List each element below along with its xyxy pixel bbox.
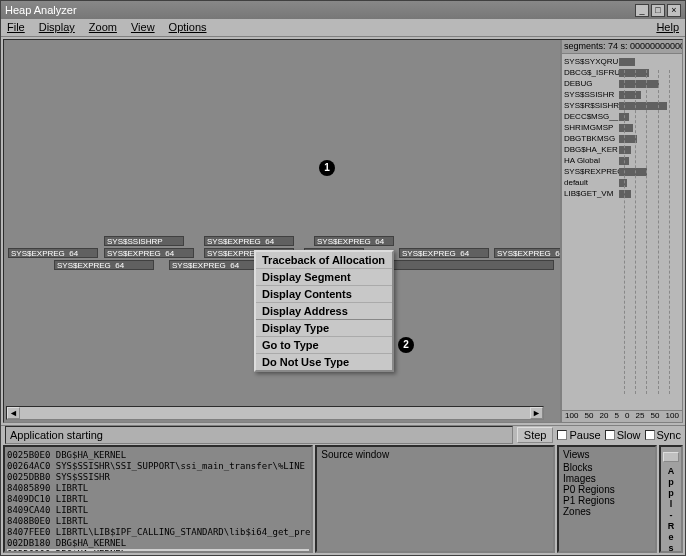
scale-tick: 25 — [636, 411, 645, 422]
vertical-tab-letter: R — [668, 521, 675, 531]
traceback-row[interactable]: 0025B0E0 DBG$HA_KERNEL — [7, 450, 309, 461]
heap-block[interactable]: SYS$EXPREG_64 — [494, 248, 562, 258]
traceback-row[interactable]: 002D0000 DBG$HA_KERNEL — [7, 549, 309, 553]
source-pane[interactable]: Source window — [315, 445, 555, 553]
main-area: 1 SYS$SSISHRPSYS$EXPREG_64SYS$EXPREG_64S… — [3, 39, 683, 423]
segments-list[interactable]: SYS$SYXQRUDBCG$_ISFRUDEBUGSYS$SSISHRSYS$… — [562, 54, 682, 410]
maximize-button[interactable]: □ — [651, 4, 665, 17]
traceback-rows[interactable]: 0025B0E0 DBG$HA_KERNEL00264AC0 SYS$SSISH… — [5, 449, 311, 553]
tab-btn-1[interactable] — [663, 452, 679, 462]
vertical-tab-letter: s — [668, 543, 673, 553]
main-window: Heap Analyzer _ □ × File Display Zoom Vi… — [0, 0, 686, 556]
callout-two: 2 — [398, 337, 414, 353]
scale-tick: 5 — [615, 411, 619, 422]
segments-range: s: 0000000000050B100 — [621, 41, 682, 51]
segment-label: DBG$HA_KER — [564, 145, 619, 154]
sync-checkbox[interactable]: Sync — [645, 429, 681, 441]
menu-zoom[interactable]: Zoom — [89, 21, 117, 34]
segment-bar — [619, 58, 635, 66]
pause-checkbox[interactable]: Pause — [557, 429, 600, 441]
ctx-go-to-type[interactable]: Go to Type 2 — [256, 337, 392, 354]
segment-label: SYS$R$SISHRP — [564, 101, 619, 110]
traceback-row[interactable]: 8409DC10 LIBRTL — [7, 494, 309, 505]
status-text: Application starting — [5, 426, 513, 444]
segment-label: SYS$SYXQRU — [564, 57, 619, 66]
ctx-traceback[interactable]: Traceback of Allocation — [256, 252, 392, 269]
scale-tick: 100 — [666, 411, 679, 422]
segment-label: DBCG$_ISFRU — [564, 68, 619, 77]
heap-block[interactable]: SYS$EXPREG_64 — [54, 260, 154, 270]
traceback-pane[interactable]: Traceback: 5: 000000008032600-00000040-0… — [3, 445, 313, 553]
slow-label: Slow — [617, 429, 641, 441]
heap-block[interactable]: SYS$SSISHRP — [104, 236, 184, 246]
ctx-display-type[interactable]: Display Type — [256, 320, 392, 337]
view-item[interactable]: P0 Regions — [563, 484, 651, 495]
vertical-tab-letter: p — [668, 477, 674, 487]
views-pane[interactable]: Views BlocksImagesP0 RegionsP1 RegionsZo… — [557, 445, 657, 553]
heap-canvas[interactable]: 1 SYS$SSISHRPSYS$EXPREG_64SYS$EXPREG_64S… — [4, 40, 562, 422]
scroll-left-icon[interactable]: ◄ — [7, 407, 20, 419]
status-row: Application starting Step Pause Slow Syn… — [1, 425, 685, 443]
traceback-row[interactable]: 00264AC0 SYS$SSISHR\SSI_SUPPORT\ssi_main… — [7, 461, 309, 472]
segment-label: SYS$SSISHR — [564, 90, 619, 99]
step-button[interactable]: Step — [517, 427, 554, 443]
canvas-horizontal-scrollbar[interactable]: ◄ ► — [6, 406, 544, 420]
heap-block[interactable]: SYS$EXPREG_64 — [204, 236, 294, 246]
view-item[interactable]: Images — [563, 473, 651, 484]
segments-count: segments: 74 — [564, 41, 618, 51]
views-title: Views — [563, 449, 651, 460]
scale-tick: 0 — [625, 411, 629, 422]
vertical-tab-letter: e — [668, 532, 673, 542]
traceback-row[interactable]: 84085890 LIBRTL — [7, 483, 309, 494]
view-item[interactable]: P1 Regions — [563, 495, 651, 506]
scale-tick: 100 — [565, 411, 578, 422]
menu-file[interactable]: File — [7, 21, 25, 34]
vertical-tab-letter: p — [668, 488, 674, 498]
context-menu: Traceback of Allocation Display Segment … — [254, 250, 394, 372]
slow-checkbox[interactable]: Slow — [605, 429, 641, 441]
menu-view[interactable]: View — [131, 21, 155, 34]
view-item[interactable]: Blocks — [563, 462, 651, 473]
sync-label: Sync — [657, 429, 681, 441]
pause-label: Pause — [569, 429, 600, 441]
heap-block[interactable]: SYS$EXPREG_64 — [314, 236, 394, 246]
titlebar: Heap Analyzer _ □ × — [1, 1, 685, 19]
ctx-display-contents[interactable]: Display Contents — [256, 286, 392, 303]
heap-block[interactable]: SYS$EXPREG_64 — [399, 248, 489, 258]
heap-block[interactable]: SYS$EXPREG_64 — [104, 248, 194, 258]
segment-label: DECC$MSG__ — [564, 112, 619, 121]
segment-label: DEBUG — [564, 79, 619, 88]
vertical-tab-letter: - — [670, 510, 673, 520]
close-button[interactable]: × — [667, 4, 681, 17]
right-tabs[interactable]: Appl-Reset — [659, 445, 683, 553]
menu-options[interactable]: Options — [169, 21, 207, 34]
ctx-do-not-use-type[interactable]: Do Not Use Type — [256, 354, 392, 370]
vertical-tab-letter: l — [670, 499, 673, 509]
scale-tick: 50 — [651, 411, 660, 422]
segment-label: default — [564, 178, 619, 187]
traceback-row[interactable]: 8408B0E0 LIBRTL — [7, 516, 309, 527]
window-title: Heap Analyzer — [5, 4, 77, 16]
ctx-display-segment[interactable]: Display Segment — [256, 269, 392, 286]
menu-display[interactable]: Display — [39, 21, 75, 34]
traceback-row[interactable]: 002DB180 DBG$HA_KERNEL — [7, 538, 309, 549]
traceback-row[interactable]: 0025DBB0 SYS$SSISHR — [7, 472, 309, 483]
source-header: Source window — [317, 447, 553, 462]
traceback-row[interactable]: 8409CA40 LIBRTL — [7, 505, 309, 516]
heap-block[interactable]: SYS$EXPREG_64 — [8, 248, 98, 258]
segment-label: HA Global — [564, 156, 619, 165]
bottom-panes: Traceback: 5: 000000008032600-00000040-0… — [1, 443, 685, 555]
segment-label: LIB$GET_VM — [564, 189, 619, 198]
callout-one: 1 — [319, 160, 335, 176]
segment-label: SHRIMGMSP — [564, 123, 619, 132]
traceback-row[interactable]: 8407FEE0 LIBRTL\LIB$IPF_CALLING_STANDARD… — [7, 527, 309, 538]
menubar: File Display Zoom View Options Help — [1, 19, 685, 37]
menu-help[interactable]: Help — [656, 21, 679, 34]
scroll-right-icon[interactable]: ► — [530, 407, 543, 419]
scale-tick: 50 — [585, 411, 594, 422]
minimize-button[interactable]: _ — [635, 4, 649, 17]
view-item[interactable]: Zones — [563, 506, 651, 517]
ctx-display-address[interactable]: Display Address — [256, 303, 392, 320]
segment-label: SYS$REXPREG — [564, 167, 619, 176]
segment-row[interactable]: SYS$SYXQRU — [564, 56, 680, 67]
